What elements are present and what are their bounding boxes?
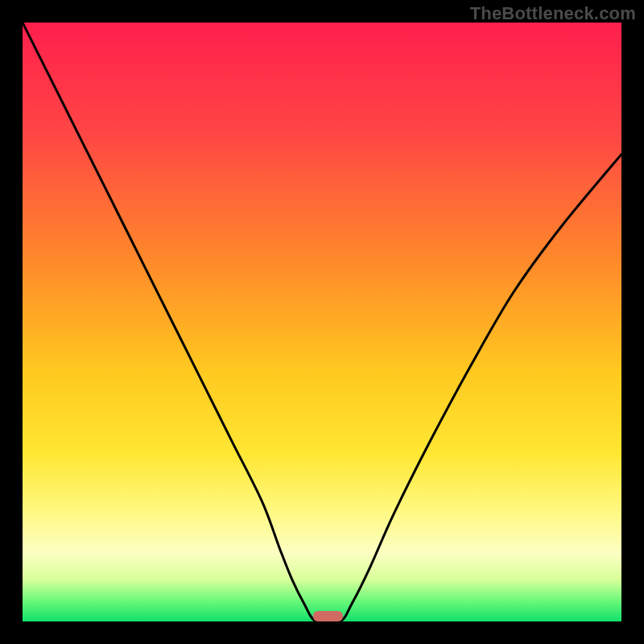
gradient-background <box>23 23 621 621</box>
min-marker <box>313 611 343 621</box>
bottleneck-curve-chart <box>23 23 621 621</box>
chart-frame: TheBottleneck.com <box>0 0 644 644</box>
watermark-text: TheBottleneck.com <box>470 3 636 24</box>
plot-area <box>23 23 621 621</box>
